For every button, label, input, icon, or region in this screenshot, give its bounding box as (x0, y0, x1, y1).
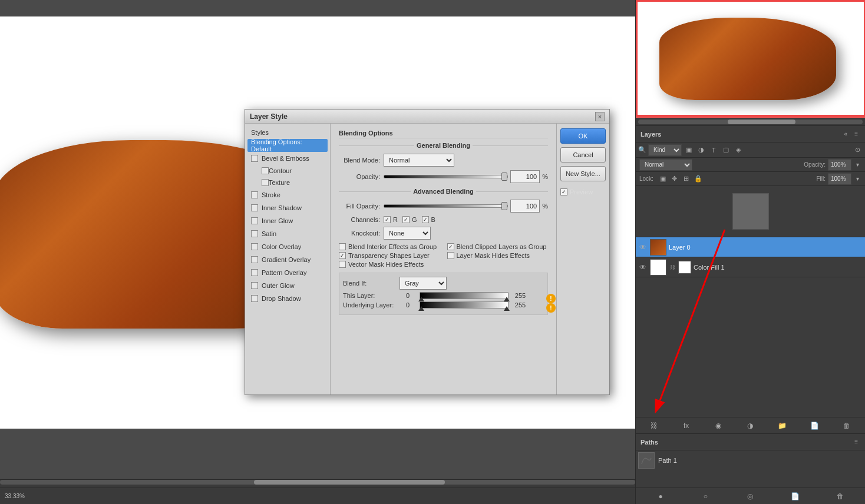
knockout-select[interactable]: None Shallow Deep (384, 227, 431, 240)
this-layer-handle-left[interactable] (418, 297, 424, 301)
cancel-button[interactable]: Cancel (560, 147, 606, 163)
dialog-close-button[interactable]: × (595, 112, 605, 121)
layer-item-0[interactable]: 👁 Layer 0 (636, 237, 865, 257)
blend-clipped-label[interactable]: Blend Clipped Layers as Group (447, 243, 549, 250)
sidebar-item-gradient-overlay[interactable]: Gradient Overlay (247, 253, 328, 266)
scrollbar-thumb[interactable] (254, 480, 444, 485)
channel-g-label[interactable]: G (402, 216, 417, 223)
vector-mask-label[interactable]: Vector Mask Hides Effects (339, 261, 440, 268)
color-fill-visibility-icon[interactable]: 👁 (638, 263, 648, 272)
type-filter-icon[interactable]: T (708, 145, 719, 155)
fill-dropdown-icon[interactable]: ▾ (854, 174, 861, 183)
blend-clipped-checkbox[interactable] (447, 243, 454, 250)
layers-opacity-input[interactable] (828, 159, 851, 171)
horizontal-scrollbar[interactable] (0, 479, 635, 488)
sidebar-item-contour[interactable]: Contour (247, 165, 328, 177)
scrollbar-track[interactable] (0, 480, 635, 485)
lock-move-icon[interactable]: ✥ (670, 174, 679, 184)
outer-glow-checkbox[interactable] (251, 282, 258, 289)
channel-g-checkbox[interactable] (402, 216, 410, 223)
filter-toggle-icon[interactable]: ⊙ (852, 145, 863, 155)
layer-mask-checkbox[interactable] (447, 252, 454, 259)
lock-artboard-icon[interactable]: ⊞ (682, 174, 691, 184)
underlying-layer-slider[interactable] (420, 301, 509, 309)
sidebar-item-outer-glow[interactable]: Outer Glow (247, 279, 328, 292)
dialog-title-bar[interactable]: Layer Style × (245, 110, 609, 124)
opacity-input[interactable] (510, 170, 540, 183)
this-layer-handle-right[interactable] (504, 297, 510, 301)
sidebar-item-texture[interactable]: Texture (247, 177, 328, 188)
channel-r-label[interactable]: R (384, 216, 398, 223)
satin-checkbox[interactable] (251, 230, 258, 237)
blend-if-select[interactable]: Gray Red Green Blue (400, 277, 447, 290)
channel-b-checkbox[interactable] (422, 216, 429, 223)
shape-filter-icon[interactable]: ▢ (721, 145, 731, 155)
sidebar-item-satin[interactable]: Satin (247, 227, 328, 240)
new-path-icon[interactable]: 📄 (790, 490, 801, 502)
gradient-overlay-checkbox[interactable] (251, 256, 258, 263)
panel-menu-btn[interactable]: ≡ (852, 130, 860, 138)
sidebar-item-color-overlay[interactable]: Color Overlay (247, 240, 328, 253)
lock-all-icon[interactable]: 🔒 (694, 174, 703, 184)
opacity-slider-thumb[interactable] (501, 173, 507, 181)
new-group-icon[interactable]: 📁 (777, 420, 788, 432)
preview-checkbox[interactable] (560, 188, 567, 195)
sidebar-item-inner-glow[interactable]: Inner Glow (247, 214, 328, 227)
underlying-handle-left[interactable] (418, 306, 424, 311)
delete-path-icon[interactable]: 🗑 (834, 490, 846, 502)
sidebar-item-pattern-overlay[interactable]: Pattern Overlay (247, 266, 328, 279)
sidebar-item-drop-shadow[interactable]: Drop Shadow (247, 292, 328, 305)
pattern-overlay-checkbox[interactable] (251, 269, 258, 276)
inner-shadow-checkbox[interactable] (251, 204, 258, 211)
transparency-label[interactable]: Transparency Shapes Layer (339, 252, 440, 259)
layer-item-color-fill[interactable]: 👁 ⛓ Color Fill 1 (636, 257, 865, 277)
path-stroke-icon[interactable]: ○ (699, 490, 711, 502)
adjustment-filter-icon[interactable]: ◑ (696, 145, 706, 155)
opacity-slider-track[interactable] (384, 175, 508, 178)
ok-button[interactable]: OK (560, 128, 606, 144)
transparency-checkbox[interactable] (339, 252, 346, 259)
channel-r-checkbox[interactable] (384, 216, 391, 223)
lock-pixels-icon[interactable]: ▣ (658, 174, 668, 184)
collapse-btn[interactable]: « (842, 130, 850, 138)
sidebar-item-styles[interactable]: Styles (247, 126, 328, 139)
delete-layer-icon[interactable]: 🗑 (841, 420, 853, 432)
blend-mode-select[interactable]: Normal Dissolve Multiply Screen Overlay (384, 154, 454, 167)
color-overlay-checkbox[interactable] (251, 243, 258, 250)
new-style-button[interactable]: New Style... (560, 166, 606, 181)
fill-opacity-thumb[interactable] (501, 202, 507, 210)
channel-b-label[interactable]: B (422, 216, 435, 223)
fill-input[interactable] (828, 173, 851, 185)
vector-mask-checkbox[interactable] (339, 261, 346, 268)
path-mask-icon[interactable]: ◎ (744, 490, 756, 502)
bevel-checkbox[interactable] (251, 155, 258, 162)
link-layers-icon[interactable]: ⛓ (648, 420, 660, 432)
thumbnail-scrollbar[interactable] (636, 118, 865, 126)
new-fill-layer-icon[interactable]: ◑ (744, 420, 756, 432)
underlying-handle-right[interactable] (504, 306, 510, 311)
texture-checkbox[interactable] (262, 179, 269, 186)
sidebar-item-inner-shadow[interactable]: Inner Shadow (247, 201, 328, 214)
add-mask-icon[interactable]: ◉ (712, 420, 724, 432)
scrollbar-track-2[interactable] (638, 120, 863, 124)
scrollbar-thumb-2[interactable] (728, 120, 795, 124)
path-fill-icon[interactable]: ● (655, 490, 666, 502)
this-layer-slider[interactable] (420, 292, 509, 299)
fill-opacity-track[interactable] (384, 204, 508, 208)
add-style-icon[interactable]: fx (681, 420, 692, 432)
filter-type-select[interactable]: Kind Name Effect (648, 144, 682, 156)
sidebar-item-bevel[interactable]: Bevel & Emboss (247, 152, 328, 165)
layers-blend-select[interactable]: Normal Multiply Screen (639, 159, 692, 171)
paths-menu-btn[interactable]: ≡ (852, 437, 860, 446)
path-item-1[interactable]: Path 1 (636, 450, 865, 470)
blend-interior-checkbox[interactable] (339, 243, 346, 250)
layer-mask-label[interactable]: Layer Mask Hides Effects (447, 252, 549, 259)
new-layer-icon[interactable]: 📄 (808, 420, 820, 432)
opacity-dropdown-icon[interactable]: ▾ (854, 160, 861, 169)
sidebar-item-stroke[interactable]: Stroke (247, 188, 328, 201)
stroke-checkbox[interactable] (251, 191, 258, 198)
fill-opacity-input[interactable] (510, 200, 540, 213)
sidebar-item-blending-options[interactable]: Blending Options: Default (247, 139, 328, 152)
inner-glow-checkbox[interactable] (251, 217, 258, 224)
pixel-filter-icon[interactable]: ▣ (684, 145, 694, 155)
